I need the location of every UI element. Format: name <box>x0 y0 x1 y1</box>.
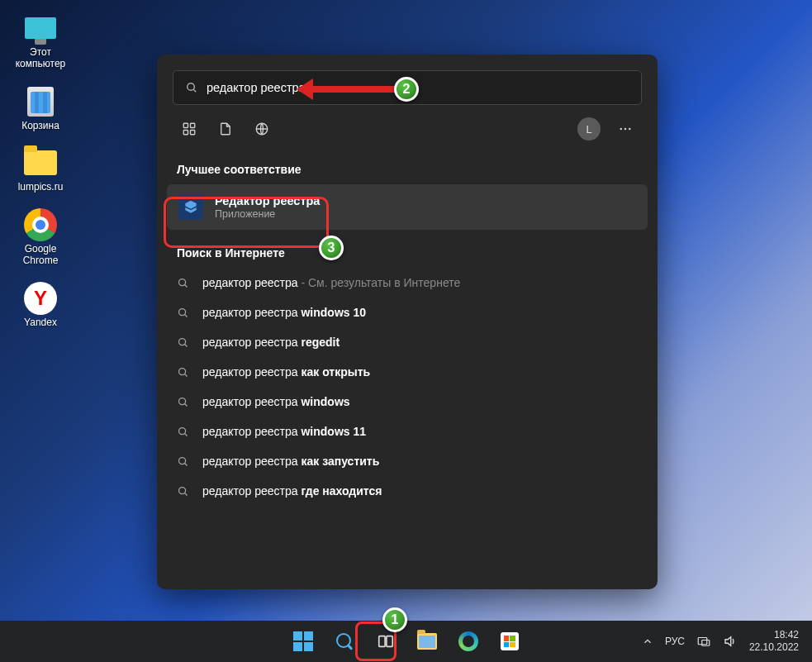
web-search-suggestion[interactable]: редактор реестра windows <box>157 387 658 417</box>
filter-apps[interactable] <box>173 112 206 145</box>
svg-line-17 <box>185 374 188 376</box>
more-icon <box>618 121 633 136</box>
svg-point-20 <box>179 427 186 434</box>
suggestion-text: редактор реестра как открыть <box>202 365 370 379</box>
svg-line-21 <box>185 433 188 436</box>
search-icon <box>177 307 189 319</box>
desktop-label: Yandex <box>24 317 57 329</box>
desktop-label: Этот компьютер <box>16 47 66 70</box>
taskbar-tray: РУС 18:42 22.10.2022 <box>642 621 812 662</box>
bin-icon <box>27 87 54 117</box>
search-icon <box>177 426 189 438</box>
web-search-suggestion[interactable]: редактор реестра как запустить <box>157 446 658 476</box>
svg-line-13 <box>185 314 188 317</box>
edge-button[interactable] <box>450 624 487 659</box>
date-label: 22.10.2022 <box>749 641 799 654</box>
desktop-icon-this-pc[interactable]: Этот компьютер <box>10 12 71 70</box>
desktop-icon-recycle-bin[interactable]: Корзина <box>10 85 71 132</box>
svg-line-23 <box>185 463 188 465</box>
svg-point-10 <box>179 279 186 285</box>
suggestion-text: редактор реестра regedit <box>202 336 340 349</box>
network-icon[interactable] <box>696 634 711 649</box>
svg-point-24 <box>179 487 186 493</box>
desktop-icon-folder[interactable]: lumpics.ru <box>10 146 71 193</box>
volume-icon[interactable] <box>723 634 738 649</box>
pc-icon <box>25 17 56 39</box>
search-icon <box>177 277 189 289</box>
svg-point-16 <box>179 368 186 374</box>
desktop-icons: Этот компьютер Корзина lumpics.ru Google… <box>10 12 71 329</box>
explorer-button[interactable] <box>409 624 445 659</box>
svg-rect-5 <box>191 131 195 135</box>
svg-point-14 <box>179 338 186 345</box>
best-match-subtitle: Приложение <box>215 208 320 220</box>
apps-icon <box>182 121 197 136</box>
search-icon <box>177 485 189 498</box>
taskbar-center <box>285 624 528 659</box>
svg-line-1 <box>193 89 196 92</box>
suggestion-text: редактор реестра windows 11 <box>202 425 366 438</box>
svg-rect-27 <box>386 636 392 647</box>
start-button[interactable] <box>285 624 321 659</box>
search-box[interactable] <box>173 70 642 105</box>
task-view-button[interactable] <box>368 624 404 659</box>
taskbar: РУС 18:42 22.10.2022 <box>0 621 812 662</box>
filter-web[interactable] <box>245 112 278 145</box>
store-button[interactable] <box>491 624 528 659</box>
svg-point-0 <box>188 83 195 91</box>
document-icon <box>218 121 233 136</box>
svg-point-22 <box>179 457 186 464</box>
task-view-icon <box>377 632 395 650</box>
best-match-result[interactable]: Редактор реестра Приложение <box>167 184 648 230</box>
svg-point-7 <box>620 128 622 131</box>
web-search-suggestion[interactable]: редактор реестра windows 10 <box>157 298 658 327</box>
search-icon <box>177 396 189 408</box>
filter-bar: L <box>173 107 642 151</box>
suggestion-text: редактор реестра где находится <box>202 484 382 498</box>
desktop-label: lumpics.ru <box>18 182 64 193</box>
search-button[interactable] <box>326 624 363 659</box>
svg-point-9 <box>629 128 631 131</box>
search-icon <box>177 366 189 379</box>
search-input[interactable] <box>207 81 629 94</box>
globe-icon <box>254 121 269 136</box>
web-search-suggestion[interactable]: редактор реестра где находится <box>157 476 658 506</box>
search-icon <box>177 455 189 468</box>
suggestion-text: редактор реестра - См. результаты в Инте… <box>202 276 460 289</box>
svg-rect-28 <box>698 638 707 645</box>
suggestion-text: редактор реестра windows <box>202 395 350 408</box>
time-label: 18:42 <box>749 629 799 641</box>
user-avatar[interactable]: L <box>577 117 601 140</box>
web-search-suggestion[interactable]: редактор реестра regedit <box>157 327 658 357</box>
store-icon <box>501 632 519 650</box>
filter-documents[interactable] <box>209 112 242 145</box>
best-match-heading: Лучшее соответствие <box>157 151 658 184</box>
svg-rect-26 <box>378 636 384 647</box>
suggestion-text: редактор реестра windows 10 <box>202 306 366 319</box>
best-match-title: Редактор реестра <box>215 194 320 207</box>
svg-point-8 <box>624 128 627 131</box>
clock[interactable]: 18:42 22.10.2022 <box>749 629 799 654</box>
svg-point-12 <box>179 308 186 315</box>
desktop-icon-yandex[interactable]: Y Yandex <box>10 282 71 329</box>
desktop-icon-chrome[interactable]: Google Chrome <box>10 208 71 267</box>
desktop-label: Корзина <box>21 121 59 132</box>
explorer-icon <box>417 633 437 650</box>
yandex-icon: Y <box>24 282 57 315</box>
svg-line-15 <box>185 344 188 346</box>
svg-line-25 <box>185 493 188 495</box>
svg-line-11 <box>185 284 188 287</box>
web-search-suggestion[interactable]: редактор реестра - См. результаты в Инте… <box>157 268 658 298</box>
search-icon <box>177 336 189 349</box>
more-button[interactable] <box>609 112 642 145</box>
svg-rect-2 <box>183 123 188 127</box>
language-indicator[interactable]: РУС <box>665 636 685 647</box>
web-search-suggestion[interactable]: редактор реестра windows 11 <box>157 417 658 446</box>
search-panel: L Лучшее соответствие Редактор реестра П… <box>157 55 658 589</box>
chevron-up-icon[interactable] <box>642 636 653 647</box>
search-icon <box>185 81 198 94</box>
svg-rect-3 <box>191 123 195 127</box>
edge-icon <box>458 631 478 651</box>
web-search-suggestion[interactable]: редактор реестра как открыть <box>157 357 658 387</box>
chrome-icon <box>24 208 57 241</box>
